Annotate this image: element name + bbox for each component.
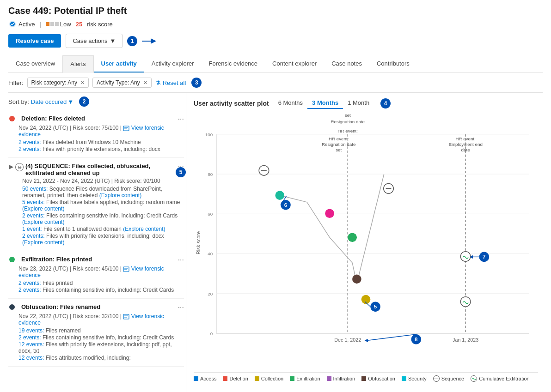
seq-evt-2[interactable]: 5 events:	[22, 199, 45, 205]
activity-more-obfuscation[interactable]: ···	[178, 303, 184, 312]
filter-icon: ⚗	[155, 79, 161, 86]
scatter-header: User activity scatter plot 6 Months 3 Mo…	[194, 97, 538, 109]
legend-deletion-icon	[223, 376, 227, 381]
filter-chip-risk-close[interactable]: ✕	[80, 80, 85, 86]
time-opt-6months[interactable]: 6 Months	[274, 97, 307, 109]
event-count-2[interactable]: 2 events:	[18, 146, 41, 152]
svg-line-46	[366, 334, 416, 341]
legend-security-icon	[402, 376, 406, 381]
activity-events-exfiltration: 2 events: Files printed 2 events: Files …	[18, 280, 184, 293]
legend-sequence-icon: —	[433, 375, 440, 382]
view-forensic-link-deletion[interactable]: View forensic evidence	[18, 125, 164, 138]
activity-item-sequence: ▶ ⊖ (4) SEQUENCE: Files collected, obfus…	[8, 158, 184, 251]
explore-content-link-2[interactable]: (Explore content)	[22, 205, 64, 212]
resolve-case-button[interactable]: Resolve case	[8, 34, 61, 48]
svg-text:Resignation date: Resignation date	[331, 119, 365, 124]
view-forensic-link-obf[interactable]: View forensic evidence	[18, 313, 164, 326]
svg-text:date: date	[461, 147, 471, 152]
seq-evt-4[interactable]: 1 event:	[22, 226, 42, 232]
activity-more-exfiltration[interactable]: ···	[178, 256, 184, 264]
time-opt-1month[interactable]: 1 Month	[343, 97, 374, 109]
activity-title-exfiltration: Exfiltration: Files printed	[21, 256, 92, 263]
explore-content-link-3[interactable]: (Explore content)	[22, 219, 64, 225]
seq-evt-5[interactable]: 2 events:	[22, 233, 45, 239]
legend-cumulative-label: Cumulative Exfiltration	[479, 376, 529, 381]
time-opt-3months[interactable]: 3 Months	[307, 97, 343, 109]
activity-events-deletion: 2 events: Files deleted from Windows 10 …	[18, 139, 184, 152]
sort-value-button[interactable]: Date occured ▼	[31, 98, 73, 105]
reset-all-button[interactable]: ⚗ Reset all	[155, 79, 186, 86]
activity-title-sequence: (4) SEQUENCE: Files collected, obfuscate…	[25, 163, 178, 176]
sort-bar: Sort by: Date occured ▼ 2	[8, 93, 186, 110]
obf-evt-4[interactable]: 12 events:	[18, 355, 44, 361]
explore-content-link-4[interactable]: (Explore content)	[123, 226, 165, 232]
explore-content-link-5[interactable]: (Explore content)	[22, 239, 64, 246]
legend-access-label: Access	[200, 376, 216, 381]
reset-all-label: Reset all	[163, 79, 186, 86]
case-actions-button[interactable]: Case actions ▼	[66, 34, 122, 48]
legend-cumulative-icon	[471, 375, 477, 382]
action-bar: Resolve case Case actions ▼ 1	[8, 34, 543, 48]
svg-text:80: 80	[208, 172, 213, 177]
svg-text:Jan 1, 2023: Jan 1, 2023	[453, 337, 478, 343]
svg-text:6: 6	[284, 202, 288, 208]
view-forensic-link-exf[interactable]: View forensic evidence	[18, 265, 164, 278]
seq-evt-3[interactable]: 2 events:	[22, 212, 45, 219]
annotation-badge-3: 3	[191, 78, 202, 88]
tab-user-activity[interactable]: User activity	[94, 55, 144, 72]
seq-evt-1[interactable]: 50 events:	[22, 186, 48, 192]
legend-cumulative-exf: Cumulative Exfiltration	[471, 375, 529, 382]
status-indicator: Active	[8, 20, 35, 28]
legend-obfuscation-icon	[361, 376, 366, 381]
expand-icon-sequence[interactable]: ▶	[9, 163, 13, 170]
svg-text:7: 7	[483, 253, 486, 259]
activity-dot-exfiltration	[9, 257, 15, 262]
tab-case-notes[interactable]: Case notes	[324, 55, 369, 72]
legend-infiltration-label: Infiltration	[333, 376, 355, 381]
activity-item-deletion: Deletion: Files deleted ··· Nov 24, 2022…	[8, 110, 184, 158]
svg-point-39	[460, 252, 471, 262]
forensic-icon	[123, 126, 129, 131]
activity-header-exfiltration: Exfiltration: Files printed ···	[9, 256, 184, 264]
tab-contributors[interactable]: Contributors	[369, 55, 417, 72]
filter-chip-risk-category[interactable]: Risk category: Any ✕	[27, 78, 89, 88]
tab-case-overview[interactable]: Case overview	[8, 55, 62, 72]
tab-content-explorer[interactable]: Content explorer	[265, 55, 324, 72]
legend-security-label: Security	[408, 376, 427, 381]
annotation-badge-4: 4	[380, 98, 391, 109]
exf-evt-1[interactable]: 2 events:	[18, 280, 41, 286]
tab-forensic-evidence[interactable]: Forensic evidence	[202, 55, 265, 72]
svg-rect-2	[123, 126, 129, 131]
main-content: Sort by: Date occured ▼ 2 Deletion: File…	[8, 93, 543, 392]
svg-text:8: 8	[415, 336, 418, 342]
filter-chip-activity-type[interactable]: Activity Type: Any ✕	[92, 78, 152, 88]
exf-evt-2[interactable]: 2 events:	[18, 287, 41, 293]
legend-deletion: Deletion	[223, 376, 248, 381]
activity-title-deletion: Deletion: Files deleted	[21, 115, 85, 122]
activity-dot-obfuscation	[9, 304, 15, 310]
svg-text:5: 5	[374, 303, 377, 309]
risk-level-label: Low	[60, 21, 71, 28]
activity-more-deletion[interactable]: ···	[178, 115, 184, 123]
filter-chip-activity-close[interactable]: ✕	[143, 80, 147, 86]
tabs-navigation: Case overview Alerts User activity Activ…	[8, 55, 543, 73]
event-count-1[interactable]: 2 events:	[18, 139, 41, 145]
risk-squares	[46, 22, 59, 26]
y-axis-label: Risk score	[196, 231, 201, 254]
legend-access: Access	[194, 376, 216, 381]
svg-text:set: set	[336, 147, 342, 152]
obf-evt-2[interactable]: 2 events:	[18, 334, 41, 341]
activity-dot-deletion	[9, 116, 15, 121]
obf-evt-1[interactable]: 19 events:	[18, 327, 44, 334]
activity-item-obfuscation: Obfuscation: Files renamed ··· Nov 22, 2…	[8, 299, 184, 367]
tab-activity-explorer[interactable]: Activity explorer	[144, 55, 202, 72]
case-actions-label: Case actions	[73, 37, 107, 44]
legend-exfiltration: Exfiltration	[290, 376, 320, 381]
obf-evt-3[interactable]: 12 events:	[18, 341, 44, 348]
sequence-circle-icon: ⊖	[15, 163, 24, 171]
svg-text:20: 20	[208, 291, 213, 296]
scatter-plot-svg: Risk score 100 80 60 40 20 0	[194, 114, 538, 372]
tab-alerts[interactable]: Alerts	[62, 55, 93, 73]
filter-chip-risk-label: Risk category: Any	[31, 79, 77, 86]
explore-content-link-1[interactable]: (Explore content)	[99, 192, 141, 199]
